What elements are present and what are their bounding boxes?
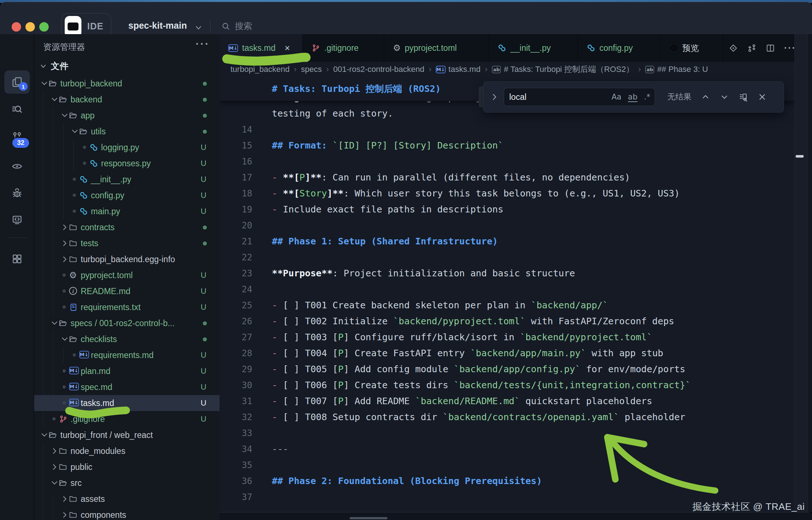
- bottom-panel-edge: [220, 512, 812, 520]
- editor-line: 31- [ ] T007 [P] Add README `backend/REA…: [220, 393, 795, 409]
- scrollbar-thumb[interactable]: [796, 155, 804, 158]
- tree-item-logging.py[interactable]: logging.pyU: [34, 139, 220, 155]
- chevron-right-icon: [50, 463, 59, 471]
- git-untracked-badge: U: [201, 187, 206, 203]
- trae-logo-icon: [65, 16, 81, 37]
- markdown-icon: M↓: [69, 383, 79, 390]
- tab-tasks.md[interactable]: M↓tasks.md×: [220, 34, 303, 62]
- tree-item-backend[interactable]: backend: [34, 92, 220, 107]
- tree-item-requirements.md[interactable]: M↓requirements.mdU: [34, 347, 220, 363]
- breadcrumb-item[interactable]: M↓tasks.md: [436, 65, 481, 74]
- tree-item-__init__.py[interactable]: __init__.pyU: [34, 171, 220, 187]
- editor-pane[interactable]: 13**Organization**: Tasks are grouped by…: [220, 77, 795, 512]
- tab-__init__.py[interactable]: __init__.py: [489, 34, 578, 62]
- chevron-down-icon: [39, 62, 47, 70]
- tree-item-config.py[interactable]: config.pyU: [34, 187, 220, 203]
- tree-item-checklists[interactable]: checklists: [34, 331, 220, 347]
- chevron-down-icon: [50, 319, 59, 328]
- match-case-button[interactable]: Aa: [611, 93, 621, 101]
- whole-word-button[interactable]: ab: [628, 93, 638, 101]
- tree-item-node_modules[interactable]: node_modules: [34, 443, 220, 459]
- tree-item-tasks.md[interactable]: M↓tasks.mdU: [34, 395, 220, 411]
- breadcrumb-item[interactable]: 001-ros2-control-backend: [333, 65, 425, 74]
- global-search[interactable]: 搜索: [221, 20, 252, 32]
- editor-line: 34---: [220, 441, 795, 457]
- more-actions-icon[interactable]: ···: [196, 38, 210, 50]
- activity-extensions[interactable]: [4, 247, 30, 271]
- tree-item-pyproject.toml[interactable]: ⚙pyproject.tomlU: [34, 267, 220, 283]
- tree-item-app[interactable]: app: [34, 107, 220, 123]
- tree-item-turbopi_backend.egg-info[interactable]: turbopi_backend.egg-info: [34, 251, 220, 267]
- regex-button[interactable]: .*: [644, 93, 650, 101]
- activity-remote[interactable]: [4, 208, 30, 231]
- tree-item-components[interactable]: components: [34, 507, 220, 520]
- chevron-right-icon: [60, 223, 69, 232]
- folder-icon: [48, 79, 57, 88]
- editor-line: 26- [ ] T002 Initialize `backend/pyproje…: [220, 313, 795, 329]
- git-compare-icon[interactable]: [747, 43, 757, 53]
- activity-bar: 132: [0, 34, 34, 520]
- tree-item-utils[interactable]: utils: [34, 123, 220, 139]
- section-files[interactable]: 文件: [39, 60, 68, 72]
- git-untracked-badge: U: [201, 139, 206, 155]
- tab-[interactable]: 预览: [661, 34, 723, 62]
- editor-line: 23**Purpose**: Project initialization an…: [220, 265, 795, 281]
- next-match-button[interactable]: [720, 92, 729, 102]
- git-untracked-badge: U: [201, 395, 206, 411]
- tab-config.py[interactable]: config.py: [578, 34, 661, 62]
- tree-item-assets[interactable]: assets: [34, 491, 220, 507]
- chevron-down-icon: [50, 479, 59, 487]
- chevron-right-icon: [50, 447, 59, 455]
- git-untracked-badge: U: [201, 411, 206, 427]
- activity-preview[interactable]: [4, 155, 30, 178]
- tree-item-spec.md[interactable]: M↓spec.mdU: [34, 379, 220, 395]
- badge-count: 32: [12, 138, 29, 148]
- tree-item-contracts[interactable]: contracts: [34, 219, 220, 235]
- find-input[interactable]: local Aa ab .*: [504, 88, 655, 106]
- breadcrumb-item[interactable]: ab# Tasks: Turbopi 控制后端（ROS2）: [492, 64, 634, 75]
- activity-source-control[interactable]: 32: [4, 125, 30, 148]
- tree-item-responses.py[interactable]: responses.pyU: [34, 155, 220, 171]
- tree-item-plan.md[interactable]: M↓plan.mdU: [34, 363, 220, 379]
- find-widget-grip[interactable]: [479, 86, 483, 107]
- editor-line: 19- Include exact file paths in descript…: [220, 202, 795, 218]
- close-window-button[interactable]: [12, 22, 21, 32]
- tree-item-src[interactable]: src: [34, 475, 220, 491]
- preview-icon: [670, 44, 678, 52]
- find-result-count: 无结果: [667, 92, 691, 102]
- tab-.gitignore[interactable]: .gitignore: [303, 34, 384, 62]
- breadcrumb-item[interactable]: turbopi_backend: [230, 65, 290, 74]
- tree-item-tests[interactable]: tests: [34, 235, 220, 251]
- bug-icon: [11, 187, 23, 199]
- folder-icon: [69, 511, 77, 519]
- activity-debug[interactable]: [4, 182, 30, 205]
- tree-item-.gitignore[interactable]: .gitignoreU: [34, 411, 220, 427]
- breadcrumb-item[interactable]: ab## Phase 3: U: [645, 65, 708, 74]
- previous-match-button[interactable]: [701, 92, 710, 102]
- tree-item-turbopi_frontweb_react[interactable]: turbopi_front / web_react: [34, 427, 220, 443]
- split-editor-icon[interactable]: [765, 43, 775, 53]
- activity-explorer[interactable]: 1: [4, 70, 30, 94]
- close-find-button[interactable]: [757, 92, 767, 102]
- horizontal-scrollbar-thumb[interactable]: [350, 517, 387, 519]
- breadcrumb-item[interactable]: specs: [301, 65, 322, 74]
- find-toggle-chevron-icon[interactable]: [490, 93, 499, 101]
- tree-item-public[interactable]: public: [34, 459, 220, 475]
- tree-item-turbopi_backend[interactable]: turbopi_backend: [34, 76, 220, 92]
- open-preview-icon[interactable]: [728, 43, 738, 53]
- close-tab-icon[interactable]: ×: [285, 43, 290, 53]
- project-switcher[interactable]: spec-kit-main: [128, 20, 187, 31]
- tab-pyproject.toml[interactable]: ⚙pyproject.toml: [384, 34, 489, 62]
- tree-item-specs001-ros2-control-b...[interactable]: specs / 001-ros2-control-b...: [34, 315, 220, 331]
- minimize-window-button[interactable]: [25, 22, 35, 32]
- tree-item-requirements.txt[interactable]: requirements.txtU: [34, 299, 220, 315]
- scrollbar-gutter[interactable]: [795, 34, 808, 512]
- tree-item-main.py[interactable]: main.pyU: [34, 203, 220, 219]
- explorer-sidebar: 资源管理器 ··· 文件 turbopi_backendbackendapput…: [34, 34, 220, 520]
- activity-search[interactable]: [4, 98, 30, 121]
- git-untracked-badge: U: [201, 283, 206, 299]
- tree-item-README.md[interactable]: iREADME.mdU: [34, 283, 220, 299]
- maximize-window-button[interactable]: [39, 22, 49, 32]
- git-modified-dot: [203, 98, 207, 102]
- find-in-selection-button[interactable]: [739, 92, 748, 102]
